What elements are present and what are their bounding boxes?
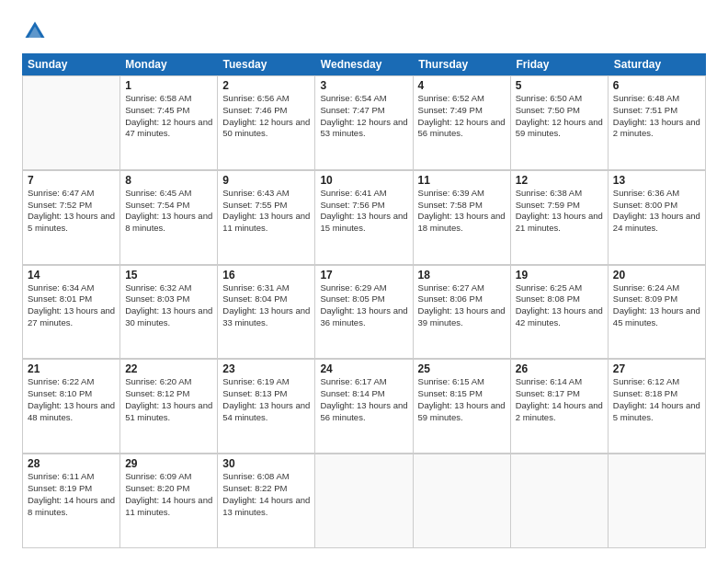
calendar-cell: 29Sunrise: 6:09 AM Sunset: 8:20 PM Dayli…: [120, 454, 218, 548]
day-info: Sunrise: 6:15 AM Sunset: 8:15 PM Dayligh…: [418, 376, 506, 423]
calendar-header-cell: Saturday: [609, 53, 706, 75]
day-info: Sunrise: 6:34 AM Sunset: 8:01 PM Dayligh…: [28, 282, 115, 329]
calendar-cell: 10Sunrise: 6:41 AM Sunset: 7:56 PM Dayli…: [315, 171, 413, 265]
day-info: Sunrise: 6:43 AM Sunset: 7:55 PM Dayligh…: [222, 188, 310, 235]
day-info: Sunrise: 6:29 AM Sunset: 8:05 PM Dayligh…: [320, 282, 407, 329]
day-number: 20: [613, 269, 700, 282]
calendar-cell: 4Sunrise: 6:52 AM Sunset: 7:49 PM Daylig…: [414, 76, 511, 170]
day-number: 18: [418, 269, 506, 282]
calendar-cell: 18Sunrise: 6:27 AM Sunset: 8:06 PM Dayli…: [414, 266, 511, 360]
day-number: 23: [222, 362, 310, 375]
day-info: Sunrise: 6:58 AM Sunset: 7:45 PM Dayligh…: [125, 93, 212, 140]
day-info: Sunrise: 6:27 AM Sunset: 8:06 PM Dayligh…: [418, 282, 506, 329]
calendar-header-cell: Monday: [119, 53, 217, 75]
day-info: Sunrise: 6:48 AM Sunset: 7:51 PM Dayligh…: [613, 93, 700, 140]
calendar-cell: 7Sunrise: 6:47 AM Sunset: 7:52 PM Daylig…: [23, 171, 120, 265]
calendar-cell: 14Sunrise: 6:34 AM Sunset: 8:01 PM Dayli…: [23, 266, 120, 360]
calendar-cell: 17Sunrise: 6:29 AM Sunset: 8:05 PM Dayli…: [315, 266, 413, 360]
calendar-header-cell: Wednesday: [315, 53, 413, 75]
day-number: 10: [320, 174, 407, 187]
calendar-cell: [609, 454, 706, 548]
calendar-cell: 28Sunrise: 6:11 AM Sunset: 8:19 PM Dayli…: [23, 454, 120, 548]
calendar-cell: 12Sunrise: 6:38 AM Sunset: 7:59 PM Dayli…: [511, 171, 609, 265]
calendar-header: SundayMondayTuesdayWednesdayThursdayFrid…: [22, 53, 706, 75]
day-info: Sunrise: 6:41 AM Sunset: 7:56 PM Dayligh…: [320, 188, 407, 235]
calendar-cell: 27Sunrise: 6:12 AM Sunset: 8:18 PM Dayli…: [609, 360, 706, 454]
day-number: 7: [28, 174, 115, 187]
day-info: Sunrise: 6:22 AM Sunset: 8:10 PM Dayligh…: [28, 376, 115, 423]
day-info: Sunrise: 6:39 AM Sunset: 7:58 PM Dayligh…: [418, 188, 506, 235]
day-info: Sunrise: 6:56 AM Sunset: 7:46 PM Dayligh…: [222, 93, 310, 140]
day-number: 17: [320, 269, 407, 282]
calendar-header-cell: Tuesday: [218, 53, 315, 75]
day-number: 30: [222, 457, 310, 470]
logo: [22, 18, 51, 44]
day-number: 5: [516, 79, 603, 92]
day-number: 27: [613, 362, 700, 375]
day-number: 6: [613, 79, 700, 92]
calendar-cell: [511, 454, 609, 548]
day-info: Sunrise: 6:38 AM Sunset: 7:59 PM Dayligh…: [516, 188, 603, 235]
calendar-header-cell: Friday: [510, 53, 608, 75]
day-number: 16: [222, 269, 310, 282]
day-info: Sunrise: 6:19 AM Sunset: 8:13 PM Dayligh…: [222, 376, 310, 423]
calendar-cell: 23Sunrise: 6:19 AM Sunset: 8:13 PM Dayli…: [218, 360, 315, 454]
day-info: Sunrise: 6:52 AM Sunset: 7:49 PM Dayligh…: [418, 93, 506, 140]
calendar-cell: 22Sunrise: 6:20 AM Sunset: 8:12 PM Dayli…: [120, 360, 218, 454]
calendar-cell: 9Sunrise: 6:43 AM Sunset: 7:55 PM Daylig…: [218, 171, 315, 265]
calendar-cell: 2Sunrise: 6:56 AM Sunset: 7:46 PM Daylig…: [218, 76, 315, 170]
day-number: 14: [28, 269, 115, 282]
calendar-cell: 26Sunrise: 6:14 AM Sunset: 8:17 PM Dayli…: [511, 360, 609, 454]
calendar-body: 1Sunrise: 6:58 AM Sunset: 7:45 PM Daylig…: [22, 75, 706, 548]
day-info: Sunrise: 6:32 AM Sunset: 8:03 PM Dayligh…: [125, 282, 212, 329]
calendar-cell: 13Sunrise: 6:36 AM Sunset: 8:00 PM Dayli…: [609, 171, 706, 265]
day-info: Sunrise: 6:50 AM Sunset: 7:50 PM Dayligh…: [516, 93, 603, 140]
calendar-cell: 21Sunrise: 6:22 AM Sunset: 8:10 PM Dayli…: [23, 360, 120, 454]
day-info: Sunrise: 6:20 AM Sunset: 8:12 PM Dayligh…: [125, 376, 212, 423]
calendar-cell: 30Sunrise: 6:08 AM Sunset: 8:22 PM Dayli…: [218, 454, 315, 548]
day-info: Sunrise: 6:24 AM Sunset: 8:09 PM Dayligh…: [613, 282, 700, 329]
day-number: 13: [613, 174, 700, 187]
day-info: Sunrise: 6:08 AM Sunset: 8:22 PM Dayligh…: [222, 471, 310, 518]
logo-icon: [22, 18, 48, 44]
day-info: Sunrise: 6:36 AM Sunset: 8:00 PM Dayligh…: [613, 188, 700, 235]
calendar-week: 14Sunrise: 6:34 AM Sunset: 8:01 PM Dayli…: [22, 265, 706, 360]
calendar-cell: 20Sunrise: 6:24 AM Sunset: 8:09 PM Dayli…: [609, 266, 706, 360]
day-info: Sunrise: 6:12 AM Sunset: 8:18 PM Dayligh…: [613, 376, 700, 423]
calendar-week: 1Sunrise: 6:58 AM Sunset: 7:45 PM Daylig…: [22, 75, 706, 170]
day-number: 11: [418, 174, 506, 187]
day-number: 1: [125, 79, 212, 92]
day-number: 25: [418, 362, 506, 375]
day-number: 12: [516, 174, 603, 187]
day-number: 19: [516, 269, 603, 282]
day-info: Sunrise: 6:47 AM Sunset: 7:52 PM Dayligh…: [28, 188, 115, 235]
calendar-cell: 3Sunrise: 6:54 AM Sunset: 7:47 PM Daylig…: [315, 76, 413, 170]
day-info: Sunrise: 6:31 AM Sunset: 8:04 PM Dayligh…: [222, 282, 310, 329]
day-info: Sunrise: 6:45 AM Sunset: 7:54 PM Dayligh…: [125, 188, 212, 235]
day-number: 3: [320, 79, 407, 92]
calendar-cell: 1Sunrise: 6:58 AM Sunset: 7:45 PM Daylig…: [120, 76, 218, 170]
calendar-week: 21Sunrise: 6:22 AM Sunset: 8:10 PM Dayli…: [22, 359, 706, 454]
calendar-header-cell: Sunday: [22, 53, 119, 75]
calendar-cell: 11Sunrise: 6:39 AM Sunset: 7:58 PM Dayli…: [414, 171, 511, 265]
day-info: Sunrise: 6:14 AM Sunset: 8:17 PM Dayligh…: [516, 376, 603, 423]
calendar-cell: 16Sunrise: 6:31 AM Sunset: 8:04 PM Dayli…: [218, 266, 315, 360]
day-number: 29: [125, 457, 212, 470]
day-number: 15: [125, 269, 212, 282]
day-number: 24: [320, 362, 407, 375]
page: SundayMondayTuesdayWednesdayThursdayFrid…: [0, 0, 728, 563]
calendar-week: 7Sunrise: 6:47 AM Sunset: 7:52 PM Daylig…: [22, 170, 706, 265]
calendar-cell: 15Sunrise: 6:32 AM Sunset: 8:03 PM Dayli…: [120, 266, 218, 360]
day-number: 2: [222, 79, 310, 92]
day-info: Sunrise: 6:54 AM Sunset: 7:47 PM Dayligh…: [320, 93, 407, 140]
day-number: 4: [418, 79, 506, 92]
day-info: Sunrise: 6:25 AM Sunset: 8:08 PM Dayligh…: [516, 282, 603, 329]
calendar-cell: 24Sunrise: 6:17 AM Sunset: 8:14 PM Dayli…: [315, 360, 413, 454]
day-number: 26: [516, 362, 603, 375]
calendar-cell: [315, 454, 413, 548]
calendar-cell: 25Sunrise: 6:15 AM Sunset: 8:15 PM Dayli…: [414, 360, 511, 454]
header: [22, 18, 706, 44]
calendar-cell: 5Sunrise: 6:50 AM Sunset: 7:50 PM Daylig…: [511, 76, 609, 170]
calendar-week: 28Sunrise: 6:11 AM Sunset: 8:19 PM Dayli…: [22, 454, 706, 548]
day-number: 28: [28, 457, 115, 470]
